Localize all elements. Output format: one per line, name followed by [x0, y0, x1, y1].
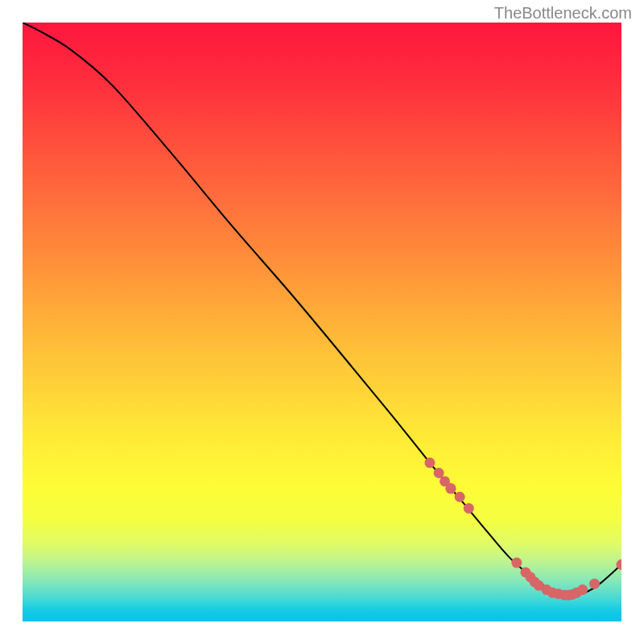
data-point: [577, 584, 588, 595]
chart-plot: [23, 23, 621, 621]
data-point: [464, 503, 474, 514]
watermark-text: TheBottleneck.com: [494, 4, 632, 23]
data-point: [434, 468, 444, 478]
data-point: [589, 579, 600, 589]
data-point: [511, 558, 522, 568]
data-point: [424, 457, 435, 468]
bottleneck-curve: [23, 23, 621, 596]
data-points: [424, 457, 621, 600]
data-point: [445, 483, 456, 493]
chart-container: TheBottleneck.com: [0, 0, 644, 644]
chart-area: [23, 23, 621, 621]
data-point: [455, 492, 465, 502]
